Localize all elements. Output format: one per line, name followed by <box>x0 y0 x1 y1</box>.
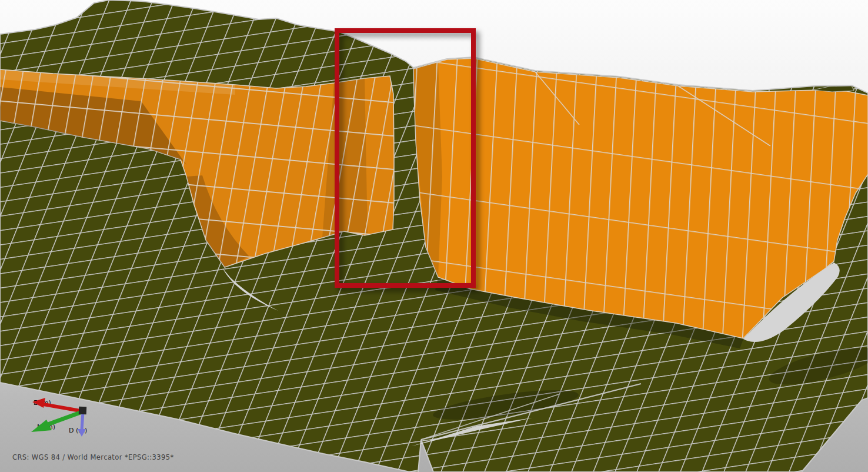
crs-label: CRS: WGS 84 / World Mercator *EPSG::3395… <box>12 453 174 461</box>
gizmo-origin-node <box>79 407 86 414</box>
scene-canvas[interactable]: E (m) N (m) D (m) CRS: WGS 84 / World Me… <box>0 0 868 472</box>
3d-viewport[interactable]: E (m) N (m) D (m) CRS: WGS 84 / World Me… <box>0 0 868 472</box>
